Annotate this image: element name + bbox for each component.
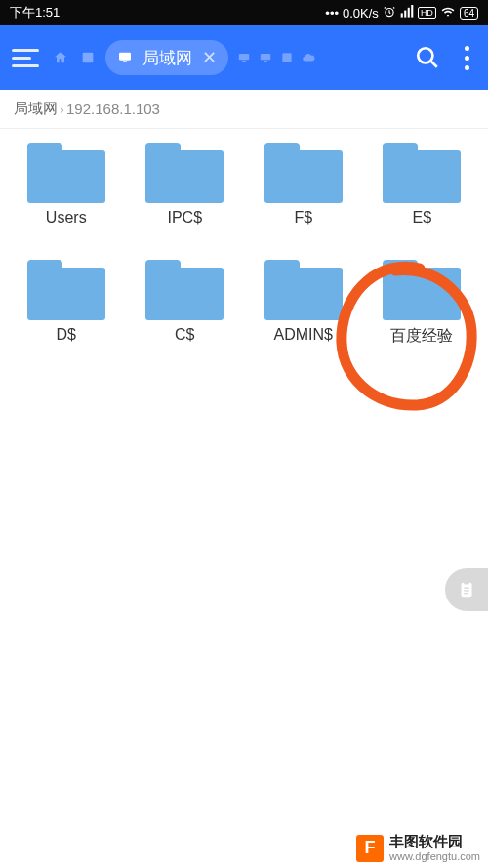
home-tab-icon[interactable] <box>51 50 70 65</box>
folder-icon <box>145 260 224 320</box>
status-right: ••• 0.0K/s HD 64 <box>325 5 478 21</box>
status-bar: 下午1:51 ••• 0.0K/s HD 64 <box>0 0 488 25</box>
active-tab-label: 局域网 <box>142 47 192 69</box>
folder-icon <box>27 260 105 320</box>
breadcrumb[interactable]: 局域网 › 192.168.1.103 <box>0 90 488 129</box>
net-speed: 0.0K/s <box>343 6 379 21</box>
folder-item[interactable]: ADMIN$ <box>247 260 360 347</box>
svg-rect-16 <box>464 581 469 585</box>
status-time: 下午1:51 <box>10 4 60 21</box>
svg-rect-2 <box>404 10 406 17</box>
search-icon <box>415 45 440 70</box>
folder-label: 百度经验 <box>390 326 453 347</box>
folder-icon <box>264 260 343 320</box>
search-button[interactable] <box>408 38 447 77</box>
folder-label: Users <box>46 209 87 227</box>
network-tab-icon[interactable] <box>236 51 252 64</box>
svg-rect-3 <box>408 7 410 17</box>
folder-item[interactable]: 百度经验 <box>366 260 479 347</box>
svg-rect-15 <box>462 583 472 598</box>
app-bar: 局域网 ✕ <box>0 25 488 90</box>
watermark-title: 丰图软件园 <box>389 834 480 850</box>
folder-icon <box>145 143 224 203</box>
network2-tab-icon[interactable] <box>258 51 273 64</box>
folder-label: IPC$ <box>167 209 202 227</box>
hd-icon: HD <box>418 7 436 19</box>
folder-item[interactable]: F$ <box>247 143 360 227</box>
inactive-tabs-right <box>236 51 316 64</box>
svg-rect-8 <box>239 54 250 60</box>
lan-icon <box>115 50 135 65</box>
clipboard-icon <box>456 579 477 600</box>
folder-item[interactable]: Users <box>10 143 123 227</box>
folder-label: ADMIN$ <box>274 326 333 344</box>
menu-button[interactable] <box>10 41 43 74</box>
alarm-icon <box>383 5 396 21</box>
cell-signal-icon <box>400 5 414 21</box>
status-time-area: 下午1:51 <box>10 4 60 21</box>
more-button[interactable] <box>455 38 478 77</box>
folder-item[interactable]: D$ <box>10 260 123 347</box>
breadcrumb-root[interactable]: 局域网 <box>14 100 58 118</box>
bookmarks-tab-icon[interactable] <box>78 50 98 65</box>
svg-rect-5 <box>83 53 94 63</box>
folder-item[interactable]: C$ <box>129 260 242 347</box>
folder-item[interactable]: E$ <box>366 143 479 227</box>
folder-label: E$ <box>412 209 431 227</box>
svg-rect-4 <box>411 5 413 18</box>
watermark: F 丰图软件园 www.dgfengtu.com <box>356 834 480 862</box>
folder-label: C$ <box>175 326 194 344</box>
folder-icon <box>264 143 343 203</box>
folder-icon <box>27 143 105 203</box>
folder-label: D$ <box>57 326 76 344</box>
inactive-tabs-left <box>51 50 98 65</box>
folder-label: F$ <box>294 209 312 227</box>
battery-level: 64 <box>460 7 478 20</box>
svg-line-14 <box>430 61 437 67</box>
breadcrumb-sep: › <box>60 101 64 117</box>
svg-rect-9 <box>242 61 246 62</box>
svg-rect-7 <box>123 61 127 62</box>
folder-item[interactable]: IPC$ <box>129 143 242 227</box>
svg-rect-12 <box>282 53 291 62</box>
folder-icon <box>383 260 461 320</box>
svg-rect-6 <box>119 53 131 61</box>
folder-icon <box>383 143 461 203</box>
svg-point-13 <box>418 48 432 62</box>
watermark-logo: F <box>356 835 384 862</box>
svg-rect-10 <box>261 54 271 60</box>
svg-rect-11 <box>264 61 267 62</box>
content-area: Users IPC$ F$ E$ D$ C$ ADMIN$ 百度 <box>0 129 488 868</box>
watermark-url: www.dgfengtu.com <box>389 850 480 862</box>
clipboard-fab[interactable] <box>445 568 488 611</box>
svg-rect-1 <box>401 13 403 17</box>
signal-dots-icon: ••• <box>325 6 339 21</box>
close-tab-button[interactable]: ✕ <box>200 47 219 68</box>
wifi-icon <box>440 5 456 21</box>
active-tab[interactable]: 局域网 ✕ <box>105 40 228 75</box>
breadcrumb-path[interactable]: 192.168.1.103 <box>66 101 160 117</box>
cloud-tab-icon[interactable] <box>301 51 316 64</box>
library-tab-icon[interactable] <box>279 51 295 64</box>
folder-grid: Users IPC$ F$ E$ D$ C$ ADMIN$ 百度 <box>10 143 478 347</box>
